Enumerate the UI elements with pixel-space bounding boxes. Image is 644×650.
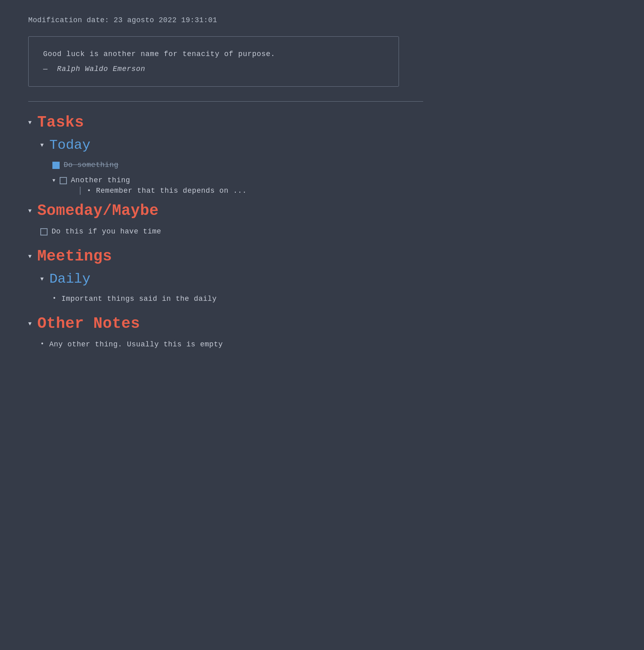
daily-heading: Daily (49, 271, 90, 287)
today-heading: Today (49, 138, 90, 153)
daily-bullet-1: • Important things said in the daily (52, 295, 616, 303)
quote-text: Good luck is another name for tenacity o… (43, 48, 384, 60)
other-notes-heading: Other Notes (37, 315, 140, 332)
do-something-label: Do something (64, 161, 118, 169)
someday-heading-row: ▼ Someday/Maybe (28, 202, 616, 219)
today-subsection: ▼ Today Do something ▼ Another thing • R… (40, 138, 616, 195)
tasks-section: ▼ Tasks ▼ Today Do something ▼ Another t… (28, 114, 616, 235)
meetings-heading: Meetings (37, 248, 112, 265)
quote-box: Good luck is another name for tenacity o… (28, 36, 399, 87)
other-notes-bullet-1: • Any other thing. Usually this is empty (40, 340, 616, 348)
someday-items: Do this if you have time (40, 227, 616, 235)
another-thing-chevron-icon[interactable]: ▼ (52, 178, 56, 183)
task-do-something: Do something (52, 161, 616, 169)
modification-date: Modification date: 23 agosto 2022 19:31:… (28, 16, 616, 24)
other-notes-bullet-text: Any other thing. Usually this is empty (49, 340, 223, 348)
other-notes-items: • Any other thing. Usually this is empty (40, 340, 616, 348)
meetings-chevron-icon[interactable]: ▼ (28, 253, 31, 260)
sub-task-remember: • Remember that this depends on ... (87, 187, 616, 195)
daily-heading-row: ▼ Daily (40, 271, 616, 287)
other-notes-bullet-icon: • (40, 340, 44, 348)
task-another-thing-row: ▼ Another thing (52, 176, 616, 184)
someday-heading: Someday/Maybe (37, 202, 158, 219)
today-heading-row: ▼ Today (40, 138, 616, 153)
tasks-chevron-icon[interactable]: ▼ (28, 119, 31, 126)
sub-task-label: Remember that this depends on ... (96, 187, 247, 195)
do-something-checkbox[interactable] (52, 162, 60, 169)
quote-author: Ralph Waldo Emerson (57, 65, 145, 73)
quote-attribution: — Ralph Waldo Emerson (43, 63, 384, 75)
today-chevron-icon[interactable]: ▼ (40, 142, 44, 148)
today-items: Do something ▼ Another thing • Remember … (52, 161, 616, 195)
other-notes-heading-row: ▼ Other Notes (28, 315, 616, 332)
meetings-heading-row: ▼ Meetings (28, 248, 616, 265)
do-if-time-label: Do this if you have time (52, 227, 161, 235)
other-notes-section: ▼ Other Notes • Any other thing. Usually… (28, 315, 616, 348)
someday-chevron-icon[interactable]: ▼ (28, 208, 31, 214)
tasks-heading-row: ▼ Tasks (28, 114, 616, 131)
sub-task-bullet: • (87, 187, 91, 194)
another-thing-label: Another thing (71, 176, 130, 184)
daily-chevron-icon[interactable]: ▼ (40, 276, 44, 282)
another-thing-checkbox[interactable] (60, 177, 67, 184)
do-if-time-checkbox[interactable] (40, 228, 48, 235)
meetings-section: ▼ Meetings ▼ Daily • Important things sa… (28, 248, 616, 303)
tasks-heading: Tasks (37, 114, 84, 131)
task-do-if-time: Do this if you have time (40, 227, 616, 235)
daily-items: • Important things said in the daily (52, 295, 616, 303)
someday-subsection: ▼ Someday/Maybe Do this if you have time (28, 202, 616, 235)
quote-dash: — (43, 65, 48, 73)
section-divider (28, 101, 423, 102)
other-notes-chevron-icon[interactable]: ▼ (28, 321, 31, 327)
daily-bullet-icon: • (52, 295, 56, 302)
daily-subsection: ▼ Daily • Important things said in the d… (40, 271, 616, 303)
another-thing-children: • Remember that this depends on ... (80, 187, 616, 195)
daily-bullet-text: Important things said in the daily (61, 295, 217, 303)
